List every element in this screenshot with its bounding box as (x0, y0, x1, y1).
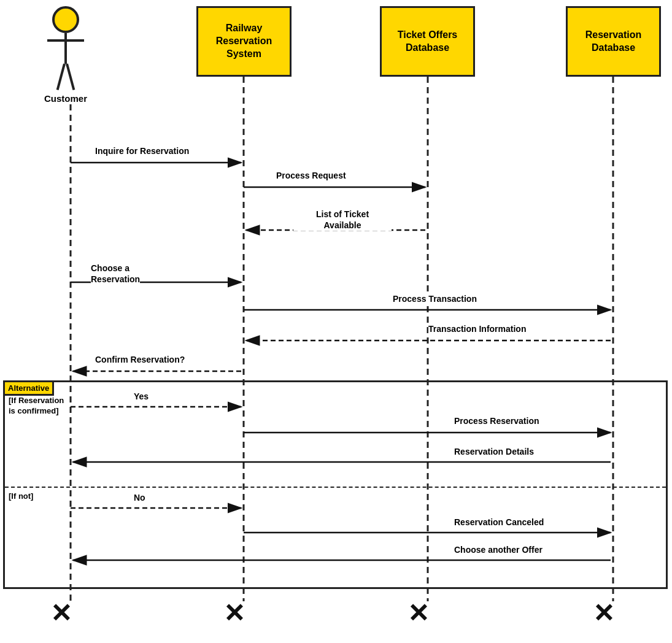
alt-condition-2: [If not] (9, 491, 33, 501)
alt-label: Alternative (3, 380, 54, 396)
msg-confirm-reservation-label: Confirm Reservation? (95, 355, 185, 364)
reservation-database-label: ReservationDatabase (585, 29, 642, 55)
alt-divider (5, 487, 666, 488)
reservation-terminator: ✕ (593, 598, 614, 628)
msg-choose-reservation-label: Choose aReservation (91, 263, 140, 285)
customer-label: Customer (44, 93, 87, 104)
msg-no-label: No (134, 493, 145, 502)
alt-condition-1: [If Reservationis confirmed] (9, 396, 64, 417)
msg-reservation-canceled-label: Reservation Canceled (454, 517, 544, 527)
msg-inquire-label: Inquire for Reservation (95, 146, 189, 156)
msg-process-reservation-label: Process Reservation (454, 416, 539, 426)
customer-legs (63, 64, 68, 91)
customer-actor: Customer (44, 6, 87, 104)
msg-choose-another-label: Choose another Offer (454, 545, 543, 555)
reservation-database-actor: ReservationDatabase (566, 6, 661, 77)
customer-head (52, 6, 79, 33)
ticket-database-label: Ticket OffersDatabase (398, 29, 458, 55)
railway-system-actor: RailwayReservationSystem (196, 6, 292, 77)
msg-transaction-info-label: Transaction Information (428, 324, 526, 334)
customer-body (64, 33, 67, 64)
railway-terminator: ✕ (223, 598, 245, 628)
customer-leg-left (56, 63, 66, 90)
railway-system-label: RailwayReservationSystem (216, 22, 272, 60)
customer-arms (47, 39, 84, 42)
msg-yes-label: Yes (134, 391, 149, 401)
ticket-terminator: ✕ (407, 598, 429, 628)
msg-process-transaction-label: Process Transaction (393, 294, 477, 304)
msg-process-request-label: Process Request (276, 171, 346, 180)
msg-list-ticket-label: List of TicketAvailable (293, 209, 392, 231)
customer-terminator: ✕ (50, 598, 72, 628)
ticket-database-actor: Ticket OffersDatabase (380, 6, 475, 77)
alt-box: Alternative [If Reservationis confirmed]… (3, 380, 668, 589)
customer-leg-right (66, 63, 75, 90)
sequence-diagram: Customer RailwayReservationSystem Ticket… (0, 0, 672, 643)
msg-reservation-details-label: Reservation Details (454, 447, 534, 456)
